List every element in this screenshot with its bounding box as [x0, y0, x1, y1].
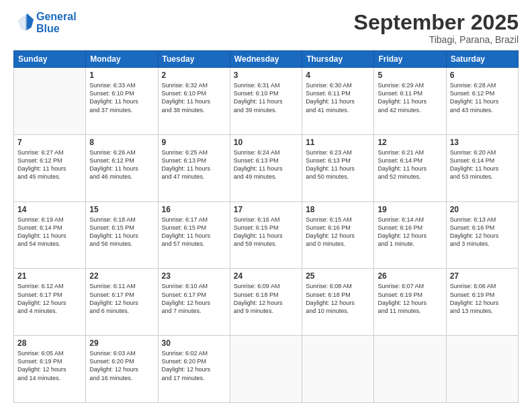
cell-content: Sunrise: 6:14 AM Sunset: 6:16 PM Dayligh…: [378, 216, 442, 248]
calendar-cell: 13Sunrise: 6:20 AM Sunset: 6:14 PM Dayli…: [446, 134, 518, 201]
title-block: September 2025 Tibagi, Parana, Brazil: [354, 11, 519, 45]
cell-content: Sunrise: 6:26 AM Sunset: 6:12 PM Dayligh…: [89, 148, 154, 181]
week-row-2: 7Sunrise: 6:27 AM Sunset: 6:12 PM Daylig…: [14, 134, 519, 201]
day-header-monday: Monday: [86, 51, 158, 68]
day-number: 2: [162, 71, 226, 80]
cell-content: Sunrise: 6:18 AM Sunset: 6:15 PM Dayligh…: [89, 216, 154, 248]
calendar-cell: 23Sunrise: 6:10 AM Sunset: 6:17 PM Dayli…: [158, 269, 230, 336]
month-title: September 2025: [354, 11, 519, 34]
calendar-cell: 17Sunrise: 6:16 AM Sunset: 6:15 PM Dayli…: [230, 201, 302, 269]
cell-content: Sunrise: 6:08 AM Sunset: 6:18 PM Dayligh…: [306, 282, 370, 315]
day-number: 7: [17, 138, 82, 147]
calendar-cell: 6Sunrise: 6:28 AM Sunset: 6:12 PM Daylig…: [446, 68, 518, 135]
day-header-friday: Friday: [374, 51, 446, 68]
page: General Blue September 2025 Tibagi, Para…: [0, 0, 532, 411]
day-number: 30: [162, 338, 226, 348]
calendar-table: SundayMondayTuesdayWednesdayThursdayFrid…: [13, 50, 519, 403]
cell-content: Sunrise: 6:24 AM Sunset: 6:13 PM Dayligh…: [234, 148, 298, 181]
calendar-cell: 14Sunrise: 6:19 AM Sunset: 6:14 PM Dayli…: [14, 201, 86, 269]
calendar-cell: 24Sunrise: 6:09 AM Sunset: 6:18 PM Dayli…: [230, 269, 302, 336]
logo-icon: [13, 13, 34, 33]
cell-content: Sunrise: 6:20 AM Sunset: 6:14 PM Dayligh…: [450, 148, 515, 181]
cell-content: Sunrise: 6:15 AM Sunset: 6:16 PM Dayligh…: [306, 216, 370, 248]
location: Tibagi, Parana, Brazil: [354, 34, 519, 45]
day-number: 25: [306, 271, 370, 281]
svg-marker-2: [27, 13, 34, 30]
cell-content: Sunrise: 6:11 AM Sunset: 6:17 PM Dayligh…: [89, 282, 154, 315]
day-number: 4: [306, 71, 370, 80]
day-header-sunday: Sunday: [14, 51, 86, 68]
day-number: 21: [17, 271, 82, 281]
calendar-cell: 7Sunrise: 6:27 AM Sunset: 6:12 PM Daylig…: [14, 134, 86, 201]
day-number: 14: [17, 205, 82, 214]
day-number: 12: [378, 138, 442, 147]
cell-content: Sunrise: 6:02 AM Sunset: 6:20 PM Dayligh…: [162, 349, 226, 382]
week-row-4: 21Sunrise: 6:12 AM Sunset: 6:17 PM Dayli…: [14, 269, 519, 336]
calendar-cell: 30Sunrise: 6:02 AM Sunset: 6:20 PM Dayli…: [158, 336, 230, 403]
calendar-cell: [302, 336, 374, 403]
day-header-tuesday: Tuesday: [158, 51, 230, 68]
cell-content: Sunrise: 6:10 AM Sunset: 6:17 PM Dayligh…: [162, 282, 226, 315]
calendar-cell: 19Sunrise: 6:14 AM Sunset: 6:16 PM Dayli…: [374, 201, 446, 269]
day-number: 11: [306, 138, 370, 147]
calendar-cell: 25Sunrise: 6:08 AM Sunset: 6:18 PM Dayli…: [302, 269, 374, 336]
cell-content: Sunrise: 6:13 AM Sunset: 6:16 PM Dayligh…: [450, 216, 515, 248]
calendar-cell: 8Sunrise: 6:26 AM Sunset: 6:12 PM Daylig…: [86, 134, 158, 201]
day-number: 8: [89, 138, 154, 147]
calendar-cell: 26Sunrise: 6:07 AM Sunset: 6:19 PM Dayli…: [374, 269, 446, 336]
day-number: 26: [378, 271, 442, 281]
header: General Blue September 2025 Tibagi, Para…: [13, 11, 519, 45]
calendar-cell: 15Sunrise: 6:18 AM Sunset: 6:15 PM Dayli…: [86, 201, 158, 269]
day-number: 5: [378, 71, 442, 80]
calendar-cell: 28Sunrise: 6:05 AM Sunset: 6:19 PM Dayli…: [14, 336, 86, 403]
cell-content: Sunrise: 6:21 AM Sunset: 6:14 PM Dayligh…: [378, 148, 442, 181]
cell-content: Sunrise: 6:31 AM Sunset: 6:10 PM Dayligh…: [234, 81, 298, 114]
cell-content: Sunrise: 6:23 AM Sunset: 6:13 PM Dayligh…: [306, 148, 370, 181]
logo-line2: Blue: [36, 23, 60, 34]
calendar-cell: 11Sunrise: 6:23 AM Sunset: 6:13 PM Dayli…: [302, 134, 374, 201]
cell-content: Sunrise: 6:09 AM Sunset: 6:18 PM Dayligh…: [234, 282, 298, 315]
week-row-1: 1Sunrise: 6:33 AM Sunset: 6:10 PM Daylig…: [14, 68, 519, 135]
day-number: 6: [450, 71, 515, 80]
cell-content: Sunrise: 6:28 AM Sunset: 6:12 PM Dayligh…: [450, 81, 515, 114]
day-header-thursday: Thursday: [302, 51, 374, 68]
day-number: 9: [162, 138, 226, 147]
calendar-cell: 12Sunrise: 6:21 AM Sunset: 6:14 PM Dayli…: [374, 134, 446, 201]
day-number: 19: [378, 205, 442, 214]
cell-content: Sunrise: 6:17 AM Sunset: 6:15 PM Dayligh…: [162, 216, 226, 248]
day-number: 23: [162, 271, 226, 281]
calendar-cell: 1Sunrise: 6:33 AM Sunset: 6:10 PM Daylig…: [86, 68, 158, 135]
cell-content: Sunrise: 6:05 AM Sunset: 6:19 PM Dayligh…: [17, 349, 82, 382]
day-header-saturday: Saturday: [446, 51, 518, 68]
calendar-cell: 5Sunrise: 6:29 AM Sunset: 6:11 PM Daylig…: [374, 68, 446, 135]
day-number: 22: [89, 271, 154, 281]
cell-content: Sunrise: 6:33 AM Sunset: 6:10 PM Dayligh…: [89, 81, 154, 114]
day-number: 29: [89, 338, 154, 348]
cell-content: Sunrise: 6:12 AM Sunset: 6:17 PM Dayligh…: [17, 282, 82, 315]
day-number: 1: [89, 71, 154, 80]
calendar-cell: 29Sunrise: 6:03 AM Sunset: 6:20 PM Dayli…: [86, 336, 158, 403]
cell-content: Sunrise: 6:30 AM Sunset: 6:11 PM Dayligh…: [306, 81, 370, 114]
week-row-5: 28Sunrise: 6:05 AM Sunset: 6:19 PM Dayli…: [14, 336, 519, 403]
cell-content: Sunrise: 6:29 AM Sunset: 6:11 PM Dayligh…: [378, 81, 442, 114]
calendar-cell: 4Sunrise: 6:30 AM Sunset: 6:11 PM Daylig…: [302, 68, 374, 135]
logo-line1: General: [36, 11, 77, 22]
day-number: 24: [234, 271, 298, 281]
week-row-3: 14Sunrise: 6:19 AM Sunset: 6:14 PM Dayli…: [14, 201, 519, 269]
cell-content: Sunrise: 6:16 AM Sunset: 6:15 PM Dayligh…: [234, 216, 298, 248]
day-number: 18: [306, 205, 370, 214]
logo-text: General Blue: [36, 11, 77, 34]
calendar-cell: 3Sunrise: 6:31 AM Sunset: 6:10 PM Daylig…: [230, 68, 302, 135]
cell-content: Sunrise: 6:25 AM Sunset: 6:13 PM Dayligh…: [162, 148, 226, 181]
day-number: 3: [234, 71, 298, 80]
calendar-cell: [374, 336, 446, 403]
calendar-cell: [230, 336, 302, 403]
day-number: 20: [450, 205, 515, 214]
cell-content: Sunrise: 6:07 AM Sunset: 6:19 PM Dayligh…: [378, 282, 442, 315]
cell-content: Sunrise: 6:27 AM Sunset: 6:12 PM Dayligh…: [17, 148, 82, 181]
logo: General Blue: [13, 11, 77, 34]
calendar-cell: 22Sunrise: 6:11 AM Sunset: 6:17 PM Dayli…: [86, 269, 158, 336]
day-number: 16: [162, 205, 226, 214]
cell-content: Sunrise: 6:19 AM Sunset: 6:14 PM Dayligh…: [17, 216, 82, 248]
calendar-header-row: SundayMondayTuesdayWednesdayThursdayFrid…: [14, 51, 519, 68]
